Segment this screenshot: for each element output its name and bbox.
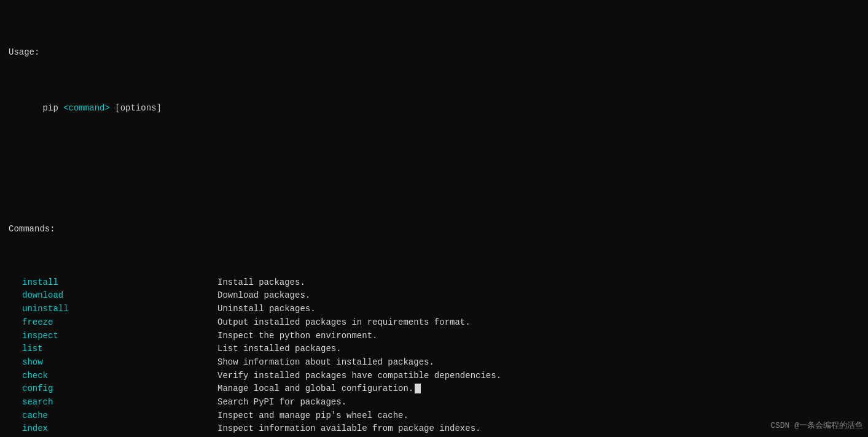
options-placeholder: [options] <box>110 103 162 113</box>
command-row: cacheInspect and manage pip's wheel cach… <box>9 409 859 423</box>
command-name: check <box>9 369 217 383</box>
command-row: uninstallUninstall packages. <box>9 303 859 316</box>
terminal-cursor <box>415 384 421 393</box>
command-name: install <box>9 276 217 290</box>
command-name: show <box>9 356 217 369</box>
command-desc: Download packages. <box>217 289 859 303</box>
command-desc: List installed packages. <box>217 342 859 356</box>
watermark: CSDN @一条会编程的活鱼 <box>770 420 863 432</box>
command-name: search <box>9 396 217 409</box>
command-desc: Search PyPI for packages. <box>217 396 859 409</box>
command-row: indexInspect information available from … <box>9 422 859 436</box>
terminal-output: Usage: pip <command> [options] Commands:… <box>9 6 859 437</box>
command-row: freezeOutput installed packages in requi… <box>9 316 859 330</box>
command-name: cache <box>9 409 217 423</box>
command-name: index <box>9 422 217 436</box>
command-desc: Install packages. <box>217 276 859 290</box>
usage-label: Usage: <box>9 46 859 60</box>
command-row: inspectInspect the python environment. <box>9 330 859 343</box>
command-desc: Manage local and global configuration. <box>217 382 859 396</box>
command-row: checkVerify installed packages have comp… <box>9 369 859 383</box>
command-name: config <box>9 382 217 396</box>
command-name: download <box>9 289 217 303</box>
command-row: searchSearch PyPI for packages. <box>9 396 859 409</box>
command-desc: Output installed packages in requirement… <box>217 316 859 330</box>
command-row: configManage local and global configurat… <box>9 382 859 396</box>
command-desc: Inspect information available from packa… <box>217 422 859 436</box>
command-row: showShow information about installed pac… <box>9 356 859 369</box>
command-desc: Verify installed packages have compatibl… <box>217 369 859 383</box>
command-name: list <box>9 342 217 356</box>
commands-header: Commands: <box>9 223 859 236</box>
command-row: listList installed packages. <box>9 342 859 356</box>
command-row: installInstall packages. <box>9 276 859 290</box>
usage-command-line: pip <command> [options] <box>22 88 859 128</box>
command-name: freeze <box>9 316 217 330</box>
commands-table: installInstall packages.downloadDownload… <box>9 276 859 437</box>
pip-text: pip <box>43 103 64 113</box>
command-desc: Inspect and manage pip's wheel cache. <box>217 409 859 423</box>
command-desc: Show information about installed package… <box>217 356 859 369</box>
command-row: downloadDownload packages. <box>9 289 859 303</box>
command-placeholder: <command> <box>63 103 110 113</box>
command-name: uninstall <box>9 303 217 316</box>
command-name: inspect <box>9 330 217 343</box>
command-desc: Uninstall packages. <box>217 303 859 316</box>
command-desc: Inspect the python environment. <box>217 330 859 343</box>
